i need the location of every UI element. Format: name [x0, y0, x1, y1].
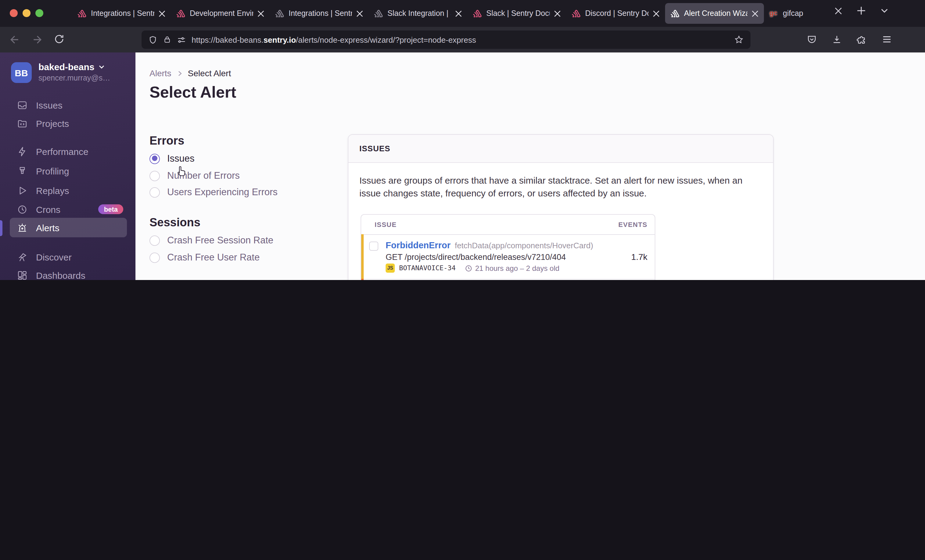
extensions-puzzle-icon[interactable]: [857, 34, 867, 45]
sentry-favicon: [473, 9, 482, 18]
clock-icon: [465, 265, 472, 272]
tab-discord-docs[interactable]: Discord | Sentry Do: [566, 3, 665, 24]
permissions-icon[interactable]: [177, 35, 186, 44]
table-row: IntegrityErrorfetchData(app/components/T…: [361, 279, 655, 280]
tracking-protection-shield-icon[interactable]: [148, 35, 157, 44]
active-item-indicator: [0, 220, 3, 236]
org-avatar[interactable]: BB: [11, 62, 32, 83]
org-name: baked-beans: [38, 62, 94, 72]
sidebar-item-label: Alerts: [36, 222, 59, 233]
sidebar-item-label: Profiling: [36, 166, 69, 176]
tab-title: Integrations | Sentry: [91, 9, 154, 18]
issue-culprit: fetchData(app/components/HoverCard): [455, 241, 594, 250]
minimize-window-button[interactable]: [23, 9, 30, 17]
telescope-icon: [17, 251, 27, 262]
sidebar-item-label: Crons: [36, 204, 60, 214]
option-label: Users Experiencing Errors: [167, 187, 278, 198]
sidebar-item-performance[interactable]: Performance: [10, 142, 127, 161]
list-tabs-chevron-icon[interactable]: [880, 7, 888, 15]
issue-message: GET /projects/direct/backend/releases/v7…: [386, 253, 566, 262]
issue-checkbox[interactable]: [369, 242, 378, 251]
table-row: ForbiddenErrorfetchData(app/components/H…: [361, 234, 655, 279]
main-content: Alerts Select Alert Select Alert Errors …: [136, 53, 925, 280]
column-issue: ISSUE: [375, 221, 396, 228]
sidebar-item-issues[interactable]: Issues: [10, 95, 127, 115]
tab-close-icon[interactable]: [356, 10, 363, 17]
gifcap-favicon: gc: [770, 9, 779, 18]
downloads-icon[interactable]: [832, 34, 842, 45]
close-tab-icon[interactable]: [835, 7, 842, 14]
tab-alert-creation-wizard[interactable]: Alert Creation Wizar: [665, 3, 764, 24]
alert-option-number-of-errors[interactable]: Number of Errors: [149, 167, 240, 184]
radio-unselected[interactable]: [149, 252, 160, 263]
siren-icon: [17, 222, 27, 233]
reload-button[interactable]: [54, 33, 65, 45]
tab-development-environment[interactable]: Development Enviro: [171, 3, 270, 24]
clock-icon: [17, 204, 27, 214]
tab-close-icon[interactable]: [159, 10, 165, 17]
breadcrumb-alerts-link[interactable]: Alerts: [149, 68, 172, 78]
level-indicator-warning: [361, 234, 364, 279]
column-events: EVENTS: [618, 221, 647, 228]
sidebar-item-label: Dashboards: [36, 270, 86, 280]
option-label: Crash Free Session Rate: [167, 235, 273, 246]
alert-option-issues[interactable]: Issues: [149, 150, 194, 167]
option-label: Issues: [167, 153, 194, 164]
sidebar-item-dashboards[interactable]: Dashboards: [10, 265, 127, 280]
forward-button[interactable]: [31, 33, 43, 46]
alert-option-users-experiencing-errors[interactable]: Users Experiencing Errors: [149, 184, 278, 201]
alert-option-crash-free-user-rate[interactable]: Crash Free User Rate: [149, 249, 260, 266]
sidebar-item-crons[interactable]: Crons beta: [10, 199, 127, 219]
tab-slack-docs[interactable]: Slack | Sentry Docu: [467, 3, 566, 24]
bookmark-star-icon[interactable]: [734, 35, 744, 45]
tab-slack-integration[interactable]: Slack Integration | S: [369, 3, 467, 24]
radio-unselected[interactable]: [149, 170, 160, 181]
mouse-cursor-pointer: [175, 165, 187, 178]
close-window-button[interactable]: [10, 9, 18, 17]
alert-option-crash-free-session-rate[interactable]: Crash Free Session Rate: [149, 232, 273, 249]
tab-title: Slack | Sentry Docu: [486, 9, 550, 18]
tab-close-icon[interactable]: [258, 10, 264, 17]
tab-title: Integrations | Sentry: [289, 9, 352, 18]
pocket-icon[interactable]: [807, 34, 817, 45]
sidebar-item-replays[interactable]: Replays: [10, 181, 127, 200]
address-bar[interactable]: https://baked-beans.sentry.io/alerts/nod…: [142, 30, 750, 49]
tab-close-icon[interactable]: [653, 10, 660, 17]
option-label: Crash Free User Rate: [167, 252, 260, 263]
zoom-window-button[interactable]: [35, 9, 43, 17]
org-switcher[interactable]: baked-beans: [38, 62, 105, 72]
tab-title: Slack Integration | S: [387, 9, 451, 18]
new-tab-icon[interactable]: [857, 6, 866, 15]
tab-close-icon[interactable]: [752, 10, 758, 17]
tab-integrations-1[interactable]: Integrations | Sentry: [72, 3, 171, 24]
issues-panel: ISSUES Issues are groups of errors that …: [348, 134, 774, 280]
tab-strip: Integrations | Sentry Development Enviro…: [72, 3, 832, 24]
projects-folder-icon: [17, 118, 27, 128]
sidebar-item-discover[interactable]: Discover: [10, 247, 127, 266]
issue-link[interactable]: ForbiddenError: [386, 240, 450, 250]
panel-header: ISSUES: [348, 135, 773, 163]
url-text[interactable]: https://baked-beans.sentry.io/alerts/nod…: [191, 35, 729, 44]
tab-gifcap[interactable]: gc gifcap: [764, 3, 832, 24]
menu-hamburger-icon[interactable]: [882, 34, 892, 45]
tab-close-icon[interactable]: [554, 10, 561, 17]
lock-icon[interactable]: [163, 35, 172, 44]
lightning-icon: [17, 146, 27, 157]
sidebar-item-alerts[interactable]: Alerts: [10, 218, 127, 237]
play-icon: [17, 185, 27, 196]
sentry-favicon: [670, 9, 680, 18]
radio-unselected[interactable]: [149, 187, 160, 197]
platform-js-badge: JS: [386, 263, 395, 272]
sidebar-item-profiling[interactable]: Profiling: [10, 161, 127, 181]
tab-title: gifcap: [783, 9, 827, 18]
table-header: ISSUE EVENTS: [361, 215, 655, 235]
sidebar-item-projects[interactable]: Projects: [10, 113, 127, 133]
browser-tab-bar: Integrations | Sentry Development Enviro…: [0, 0, 925, 27]
tab-integrations-2[interactable]: Integrations | Sentry: [270, 3, 369, 24]
radio-selected[interactable]: [149, 154, 160, 164]
tab-close-icon[interactable]: [455, 10, 462, 17]
sidebar-item-label: Replays: [36, 185, 69, 196]
back-button[interactable]: [9, 33, 21, 46]
sidebar-item-label: Performance: [36, 146, 89, 157]
radio-unselected[interactable]: [149, 235, 160, 245]
